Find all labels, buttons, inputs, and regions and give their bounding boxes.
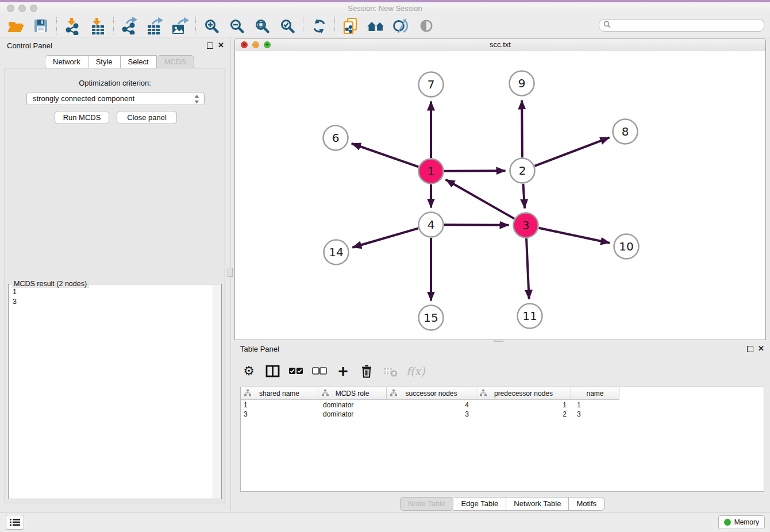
style-brush-icon[interactable] xyxy=(391,16,411,36)
svg-text:9: 9 xyxy=(518,76,526,90)
graph-node-4[interactable]: 4 xyxy=(419,213,444,237)
column-header-shared-name[interactable]: shared name xyxy=(241,387,318,399)
column-header-label: shared name xyxy=(259,390,299,398)
tab-network[interactable]: Network xyxy=(45,55,88,69)
control-panel-float-icon[interactable] xyxy=(207,43,213,50)
graph-edge-4-14[interactable] xyxy=(352,228,418,247)
table-cell: dominator xyxy=(318,400,387,410)
graph-edge-2-3[interactable] xyxy=(523,184,525,209)
zoom-fit-icon[interactable] xyxy=(252,16,272,36)
column-header-label: MCDS role xyxy=(336,390,369,398)
mcds-result-text[interactable]: 1 3 xyxy=(13,287,17,307)
tab-motifs[interactable]: Motifs xyxy=(569,497,605,511)
memory-button[interactable]: Memory xyxy=(718,515,765,529)
graph-node-14[interactable]: 14 xyxy=(324,240,349,265)
delete-row-icon[interactable] xyxy=(359,363,374,380)
table-panel-float-icon[interactable] xyxy=(747,346,753,353)
save-session-icon[interactable] xyxy=(31,16,51,36)
svg-text:1: 1 xyxy=(428,164,435,178)
refresh-icon[interactable] xyxy=(309,16,329,36)
zoom-selected-icon[interactable] xyxy=(278,16,297,36)
graph-node-7[interactable]: 7 xyxy=(419,72,444,97)
close-panel-button[interactable]: Close panel xyxy=(117,111,177,124)
column-header-label: name xyxy=(586,390,603,398)
graph-node-3[interactable]: 3 xyxy=(514,213,538,238)
split-pane-icon[interactable] xyxy=(265,363,280,380)
network-canvas[interactable]: 1234678910111415 xyxy=(235,51,765,340)
table-toolbar: ⚙+ f(x) xyxy=(241,361,425,381)
export-table-icon[interactable] xyxy=(145,16,164,36)
control-panel-tabs: NetworkStyleSelectMCDS xyxy=(45,55,194,68)
search-input[interactable] xyxy=(613,21,764,30)
function-builder-icon: f(x) xyxy=(406,363,425,380)
graph-edge-1-6[interactable] xyxy=(352,144,418,167)
select-all-icon[interactable] xyxy=(288,363,303,380)
graph-node-8[interactable]: 8 xyxy=(613,119,638,144)
toolbar-group xyxy=(303,16,334,36)
eye-icon xyxy=(417,16,436,36)
zoom-in-icon[interactable] xyxy=(202,16,221,36)
gear-icon[interactable]: ⚙ xyxy=(241,363,256,380)
graph-node-1[interactable]: 1 xyxy=(419,159,444,184)
graph-node-6[interactable]: 6 xyxy=(324,126,348,151)
graph-edge-3-11[interactable] xyxy=(526,238,529,299)
vertical-splitter-handle[interactable] xyxy=(228,268,233,277)
table-row[interactable]: 3dominator323 xyxy=(241,410,764,419)
optimization-criterion-select[interactable]: strongly connected component xyxy=(26,92,205,105)
export-network-icon[interactable] xyxy=(120,16,139,36)
graph-edge-2-8[interactable] xyxy=(535,137,610,165)
toolbar-group xyxy=(57,16,113,36)
node-table: shared nameMCDS rolesuccessor nodesprede… xyxy=(240,387,764,492)
search-field[interactable] xyxy=(599,19,764,32)
table-panel-close-icon[interactable]: ✕ xyxy=(758,345,764,352)
graph-edge-2-9[interactable] xyxy=(522,100,522,157)
tab-select[interactable]: Select xyxy=(121,55,157,69)
column-header-MCDS-role[interactable]: MCDS role xyxy=(318,387,387,399)
table-cell: 3 xyxy=(387,410,476,419)
mcds-result-box: MCDS result (2 nodes) 1 3 xyxy=(8,284,222,499)
tab-network-table[interactable]: Network Table xyxy=(506,497,569,511)
table-cell: 3 xyxy=(571,410,619,419)
graph-edge-3-1[interactable] xyxy=(446,180,514,219)
control-panel-close-icon[interactable]: ✕ xyxy=(218,42,224,49)
import-table-icon[interactable] xyxy=(88,16,107,36)
tab-edge-table[interactable]: Edge Table xyxy=(453,497,506,511)
graph-node-15[interactable]: 15 xyxy=(419,306,444,330)
run-mcds-button[interactable]: Run MCDS xyxy=(55,111,109,124)
home-icon[interactable] xyxy=(366,16,386,36)
deselect-all-icon[interactable] xyxy=(312,363,327,380)
graph-edge-1-2[interactable] xyxy=(444,171,506,171)
graph-edge-4-3[interactable] xyxy=(444,225,509,225)
result-scrollbar[interactable] xyxy=(213,285,221,498)
copy-network-icon[interactable] xyxy=(341,16,360,36)
table-cell: dominator xyxy=(318,410,387,419)
table-row[interactable]: 1dominator411 xyxy=(241,400,764,410)
column-header-predecessor-nodes[interactable]: predecessor nodes xyxy=(476,387,571,399)
graph-node-9[interactable]: 9 xyxy=(510,71,534,96)
column-header-successor-nodes[interactable]: successor nodes xyxy=(387,387,476,399)
graph-edge-3-10[interactable] xyxy=(539,228,610,243)
window-title: Session: New Session xyxy=(0,2,770,15)
add-column-icon[interactable]: + xyxy=(336,363,351,380)
open-file-icon[interactable] xyxy=(6,16,25,36)
column-header-name[interactable]: name xyxy=(571,387,619,399)
tab-node-table[interactable]: Node Table xyxy=(400,497,454,511)
table-body: 1dominator4113dominator323 xyxy=(241,400,764,419)
graph-node-2[interactable]: 2 xyxy=(510,159,535,183)
graph-node-10[interactable]: 10 xyxy=(614,234,639,259)
tab-mcds[interactable]: MCDS xyxy=(157,55,194,69)
memory-label: Memory xyxy=(734,518,759,526)
tab-style[interactable]: Style xyxy=(88,55,121,69)
zoom-out-icon[interactable] xyxy=(227,16,247,36)
import-network-icon[interactable] xyxy=(63,16,82,36)
column-header-icon xyxy=(480,390,487,398)
network-window-titlebar[interactable]: ✕ − + scc.txt xyxy=(235,38,765,52)
column-header-icon xyxy=(390,390,397,398)
task-history-button[interactable] xyxy=(6,515,24,530)
toolbar-group xyxy=(335,16,442,36)
window-titlebar: Session: New Session xyxy=(0,2,770,15)
graph-node-11[interactable]: 11 xyxy=(518,304,542,329)
svg-text:15: 15 xyxy=(424,311,438,325)
delete-column-icon xyxy=(383,363,398,380)
export-image-icon[interactable] xyxy=(170,16,190,36)
